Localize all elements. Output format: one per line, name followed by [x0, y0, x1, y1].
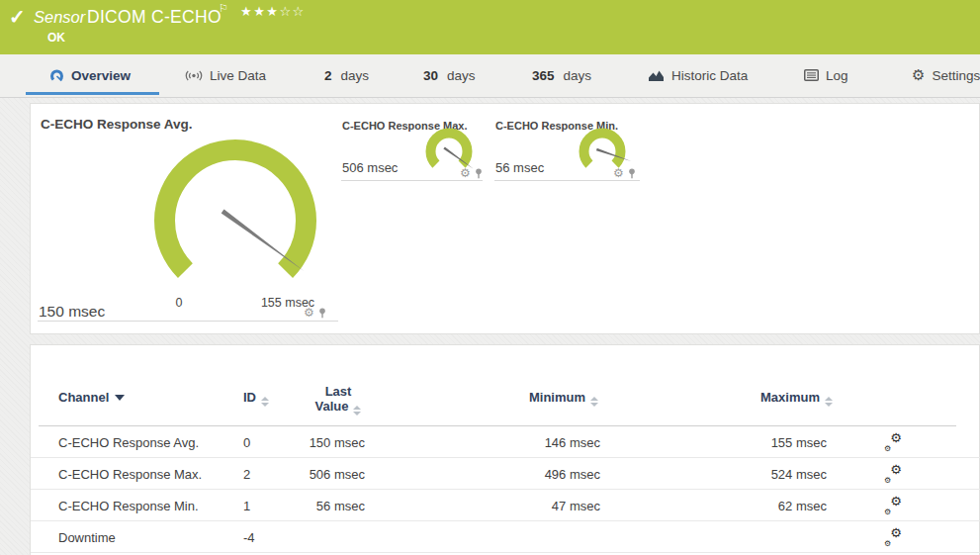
tab-30-days[interactable]: 30 days [423, 54, 476, 96]
cell-channel: C-ECHO Response Min. [58, 499, 199, 513]
gauge-min-value: 56 msec [495, 160, 544, 175]
gear-icon: ⚙ [890, 430, 902, 445]
channels-panel: Channel ID Last Value Minimum Maximum C-… [30, 344, 980, 555]
gauge-max-actions[interactable]: ⚙ [460, 167, 483, 179]
sort-desc-icon [115, 395, 125, 401]
tab-live-data[interactable]: Live Data [185, 54, 266, 96]
table-row[interactable]: C-ECHO Response Min. 1 56 msec 47 msec 6… [31, 490, 980, 521]
tab-label: Log [826, 68, 848, 83]
sort-icon [590, 397, 598, 407]
tab-settings[interactable]: ⚙ Settings [912, 54, 980, 96]
gear-icon: ⚙ [884, 508, 891, 516]
cell-minimum: 47 msec [452, 499, 600, 513]
tab-number: 30 [423, 68, 438, 83]
tab-label: Live Data [210, 68, 266, 83]
channel-settings-button[interactable]: ⚙⚙ [885, 528, 902, 548]
header-label: Channel [58, 390, 109, 405]
header-label: ID [243, 390, 256, 405]
tab-label: days [564, 68, 592, 83]
tab-overview[interactable]: Overview [49, 54, 131, 96]
table-row[interactable]: C-ECHO Response Max. 2 506 msec 496 msec… [31, 458, 980, 490]
tab-label: Settings [932, 68, 980, 83]
column-header-channel[interactable]: Channel [58, 390, 125, 405]
table-row[interactable]: C-ECHO Response Avg. 0 150 msec 146 msec… [31, 426, 980, 458]
gauge-min-actions[interactable]: ⚙ [613, 167, 636, 179]
gauge-settings-gear-icon[interactable]: ⚙ [460, 167, 471, 179]
cell-id: 0 [243, 435, 250, 450]
gauges-panel: C-ECHO Response Avg. 0 155 msec 150 msec… [30, 103, 980, 334]
gear-icon: ⚙ [884, 444, 891, 453]
column-header-maximum[interactable]: Maximum [684, 390, 833, 407]
cell-last-value: 506 msec [266, 467, 365, 482]
gauge-settings-gear-icon[interactable]: ⚙ [304, 307, 314, 319]
tab-log[interactable]: Log [804, 54, 848, 96]
tab-label: days [341, 68, 370, 83]
cell-maximum: 524 msec [678, 467, 827, 482]
cell-maximum: 155 msec [678, 435, 827, 450]
cell-channel: C-ECHO Response Avg. [58, 435, 199, 450]
pin-icon[interactable] [628, 168, 636, 179]
status-ok-check-icon: ✓ [9, 5, 26, 29]
tab-historic-data[interactable]: Historic Data [648, 54, 748, 96]
gauge-avg-actions[interactable]: ⚙ [304, 307, 326, 319]
cell-channel: C-ECHO Response Max. [58, 467, 202, 482]
cell-id: -4 [243, 530, 255, 545]
tab-2-days[interactable]: 2 days [324, 54, 369, 96]
cell-last-value: 56 msec [266, 499, 365, 513]
table-row[interactable]: Downtime -4 ⚙⚙ [31, 521, 980, 553]
flag-icon: ⚐ [219, 2, 228, 15]
status-badge: OK [47, 31, 65, 45]
tab-number: 2 [324, 68, 332, 83]
log-list-icon [804, 69, 819, 81]
cell-maximum: 62 msec [678, 499, 827, 513]
gauge-avg-title: C-ECHO Response Avg. [41, 117, 193, 132]
column-header-last-value[interactable]: Last Value [289, 384, 388, 416]
header-label: Maximum [760, 390, 820, 405]
sort-icon [261, 397, 269, 407]
tab-number: 365 [532, 68, 555, 83]
divider [38, 321, 338, 322]
gauge-settings-gear-icon[interactable]: ⚙ [613, 167, 624, 179]
priority-stars[interactable]: ★★★☆☆ [240, 4, 306, 19]
cell-minimum: 146 msec [452, 435, 600, 450]
divider [341, 180, 483, 181]
sensor-title: DICOM C-ECHO [87, 7, 222, 28]
cell-minimum: 496 msec [452, 467, 600, 482]
column-header-id[interactable]: ID [243, 390, 269, 407]
column-header-minimum[interactable]: Minimum [450, 390, 598, 407]
gear-icon: ⚙ [890, 462, 902, 477]
tab-365-days[interactable]: 365 days [532, 54, 591, 96]
cell-id: 2 [243, 467, 250, 482]
tab-label: days [447, 68, 476, 83]
gauge-icon [49, 68, 64, 83]
channel-settings-button[interactable]: ⚙⚙ [885, 465, 902, 485]
tab-bar: Overview Live Data 2 days 30 days 365 da… [0, 54, 980, 98]
header-label: Value [315, 399, 349, 414]
sensor-header: ✓ Sensor DICOM C-ECHO ⚐ ★★★☆☆ OK [0, 0, 980, 54]
header-label: Minimum [529, 390, 585, 405]
tab-label: Historic Data [671, 68, 748, 83]
sort-icon [825, 397, 833, 407]
cell-last-value: 150 msec [266, 435, 365, 450]
gear-icon: ⚙ [884, 476, 891, 485]
sort-icon [353, 406, 361, 416]
channel-settings-button[interactable]: ⚙⚙ [885, 433, 902, 453]
header-label: Last [325, 384, 352, 399]
response-avg-gauge[interactable] [146, 132, 324, 298]
gear-icon: ⚙ [890, 494, 902, 509]
cell-id: 1 [243, 499, 250, 513]
gauge-scale-min: 0 [159, 296, 199, 310]
cell-channel: Downtime [58, 530, 116, 545]
active-tab-underline [26, 92, 159, 95]
gear-icon: ⚙ [890, 525, 902, 540]
divider [494, 180, 640, 181]
pin-icon[interactable] [318, 308, 326, 319]
gear-icon: ⚙ [884, 539, 891, 548]
area-chart-icon [648, 69, 665, 82]
gauge-avg-value: 150 msec [39, 303, 105, 321]
channel-settings-button[interactable]: ⚙⚙ [885, 497, 902, 516]
pin-icon[interactable] [475, 168, 483, 179]
gear-icon: ⚙ [912, 66, 925, 84]
gauge-max-value: 506 msec [342, 160, 398, 175]
object-kind-label: Sensor [34, 8, 85, 27]
